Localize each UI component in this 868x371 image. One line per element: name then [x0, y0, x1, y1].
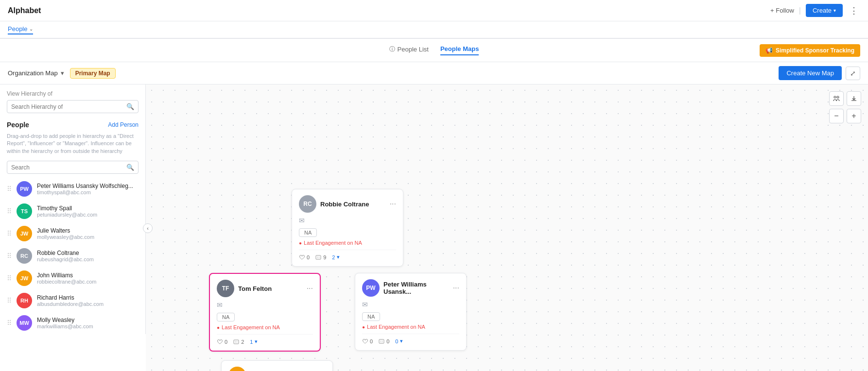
- add-person-link[interactable]: Add Person: [108, 121, 139, 128]
- engagement-dot-peter: ●: [362, 324, 365, 330]
- stats-robbie: 0 9 2 ▾: [299, 250, 396, 260]
- drag-handle-icon: ⠿: [7, 185, 12, 193]
- collapse-panel-button[interactable]: ‹: [143, 223, 153, 233]
- map-selector[interactable]: Organization Map ▾: [8, 69, 64, 77]
- tabs-bar: ⓘ People List People Maps 📢 Simplified S…: [0, 39, 868, 62]
- avatar-tom: TF: [217, 280, 234, 297]
- expand-chevron-icon: ▾: [337, 254, 340, 260]
- stat-views-tom: 2: [233, 339, 244, 345]
- card-dots-tom[interactable]: ···: [307, 284, 313, 293]
- card-dots-peter[interactable]: ···: [453, 284, 459, 292]
- name-tom: Tom Felton: [238, 285, 303, 292]
- drag-handle-icon: ⠿: [7, 319, 12, 327]
- left-panel-wrap: View Hierarchy of 🔍 People Add Person Dr…: [0, 84, 146, 371]
- avatar-robbie: RC: [299, 195, 316, 213]
- person-email: petuniadursley@abc.com: [37, 212, 97, 218]
- people-search-wrapper: 🔍: [7, 161, 139, 174]
- fullscreen-button[interactable]: ⤢: [846, 67, 860, 80]
- top-bar: Alphabet + Follow | Create ▾ ⋮: [0, 0, 868, 21]
- tab-people-maps[interactable]: People Maps: [440, 45, 479, 55]
- engagement-text-robbie: Last Engagement on NA: [304, 240, 362, 246]
- engagement-robbie: ● Last Engagement on NA: [299, 240, 396, 246]
- create-label: Create: [813, 7, 832, 14]
- card-robbie-coltrane: RC Robbie Coltrane ··· ✉ NA ● Last Engag…: [292, 189, 403, 267]
- drag-handle-icon: ⠿: [7, 230, 12, 237]
- create-new-map-button[interactable]: Create New Map: [779, 66, 842, 80]
- create-button[interactable]: Create ▾: [806, 4, 843, 17]
- engagement-peter: ● Last Engagement on NA: [362, 324, 459, 330]
- card-header-julie: JW Julie Walters ···: [228, 367, 326, 371]
- badge-peter: NA: [362, 312, 380, 321]
- search-hierarchy-icon: 🔍: [126, 103, 134, 110]
- person-email: robbiecoltrane@abc.com: [37, 279, 96, 285]
- badge-robbie: NA: [299, 228, 317, 237]
- stat-likes-peter: 0: [362, 338, 373, 344]
- primary-map-badge[interactable]: Primary Map: [70, 68, 116, 79]
- avatar: MW: [17, 315, 32, 331]
- people-list: ⠿ PW Peter Williams Usansky Wolfschleg..…: [0, 178, 145, 334]
- people-section-label: People: [7, 121, 29, 129]
- avatar-julie: JW: [228, 367, 246, 371]
- subnav-people[interactable]: People ⌄: [8, 25, 33, 34]
- engagement-text-peter: Last Engagement on NA: [367, 324, 425, 330]
- sponsor-icon: 📢: [765, 47, 773, 54]
- svg-point-1: [837, 96, 839, 98]
- avatar: JW: [17, 226, 32, 241]
- avatar: RC: [17, 248, 32, 264]
- drag-handle-icon: ⠿: [7, 297, 12, 304]
- expand-icon: ⤢: [850, 69, 856, 77]
- list-item[interactable]: ⠿ MW Molly Weasley markwilliams@abc.com: [3, 312, 142, 334]
- fit-people-button[interactable]: [829, 91, 844, 106]
- people-section-header: People Add Person: [0, 116, 145, 131]
- list-item[interactable]: ⠿ TS Timothy Spall petuniadursley@abc.co…: [3, 200, 142, 222]
- expand-chevron-icon-peter: ▾: [400, 338, 403, 344]
- person-email: albusdumbledore@abc.com: [37, 301, 104, 307]
- card-julie-walters: JW Julie Walters ··· ✉: [221, 360, 333, 371]
- list-item[interactable]: ⠿ RC Robbie Coltrane rubeushagrid@abc.co…: [3, 245, 142, 267]
- main-content: View Hierarchy of 🔍 People Add Person Dr…: [0, 84, 868, 371]
- list-item[interactable]: ⠿ RH Richard Harris albusdumbledore@abc.…: [3, 289, 142, 312]
- person-name: Molly Weasley: [37, 317, 93, 323]
- list-item[interactable]: ⠿ JW Julie Walters mollyweasley@abc.com: [3, 222, 142, 245]
- follow-button[interactable]: + Follow: [770, 7, 794, 14]
- tab-people-maps-label: People Maps: [440, 45, 479, 52]
- tab-people-list-label: People List: [398, 46, 429, 53]
- stat-likes-robbie: 0: [299, 254, 310, 260]
- download-button[interactable]: [847, 91, 861, 106]
- card-header-peter: PW Peter Williams Usansk... ···: [362, 279, 459, 297]
- list-item[interactable]: ⠿ PW Peter Williams Usansky Wolfschleg..…: [3, 178, 142, 200]
- people-list-icon: ⓘ: [389, 45, 395, 53]
- expand-tom[interactable]: 1 ▾: [250, 338, 258, 345]
- map-toolbar: Organization Map ▾ Primary Map Create Ne…: [0, 62, 868, 84]
- list-item[interactable]: ⠿ JW John Williams robbiecoltrane@abc.co…: [3, 267, 142, 289]
- person-name: Timothy Spall: [37, 205, 97, 212]
- search-hierarchy-input[interactable]: [11, 103, 123, 110]
- tabs-center: ⓘ People List People Maps: [389, 45, 479, 55]
- stat-views-robbie: 9: [315, 254, 326, 260]
- stats-peter: 0 0 0 ▾: [362, 334, 459, 344]
- expand-robbie[interactable]: 2 ▾: [332, 254, 340, 260]
- zoom-in-button[interactable]: +: [847, 109, 861, 123]
- engagement-text-tom: Last Engagement on NA: [222, 324, 280, 330]
- sponsor-tracking-button[interactable]: 📢 Simplified Sponsor Tracking: [760, 44, 860, 57]
- person-name: Peter Williams Usansky Wolfschleg...: [37, 183, 133, 189]
- engagement-dot-tom: ●: [217, 325, 220, 330]
- person-email: mollyweasley@abc.com: [37, 234, 94, 240]
- map-toolbar-right: Create New Map ⤢: [779, 66, 860, 80]
- person-name: Julie Walters: [37, 227, 94, 234]
- tab-people-list[interactable]: ⓘ People List: [389, 45, 429, 55]
- badge-tom: NA: [217, 313, 235, 321]
- map-selector-chevron-icon: ▾: [61, 69, 64, 77]
- stat-likes-tom: 0: [217, 339, 227, 345]
- people-search-input[interactable]: [11, 164, 123, 171]
- create-chevron-icon: ▾: [833, 8, 836, 13]
- expand-peter[interactable]: 0 ▾: [395, 338, 403, 344]
- email-icon-tom: ✉: [217, 301, 313, 309]
- drag-handle-icon: ⠿: [7, 274, 12, 282]
- three-dots-button[interactable]: ⋮: [848, 3, 860, 18]
- card-dots-robbie[interactable]: ···: [390, 200, 396, 208]
- svg-rect-2: [316, 255, 321, 259]
- map-area[interactable]: − + RC Robbie Coltrane ··· ✉ NA ● Last E…: [146, 84, 868, 371]
- zoom-out-button[interactable]: −: [829, 109, 844, 123]
- engagement-dot-robbie: ●: [299, 240, 302, 246]
